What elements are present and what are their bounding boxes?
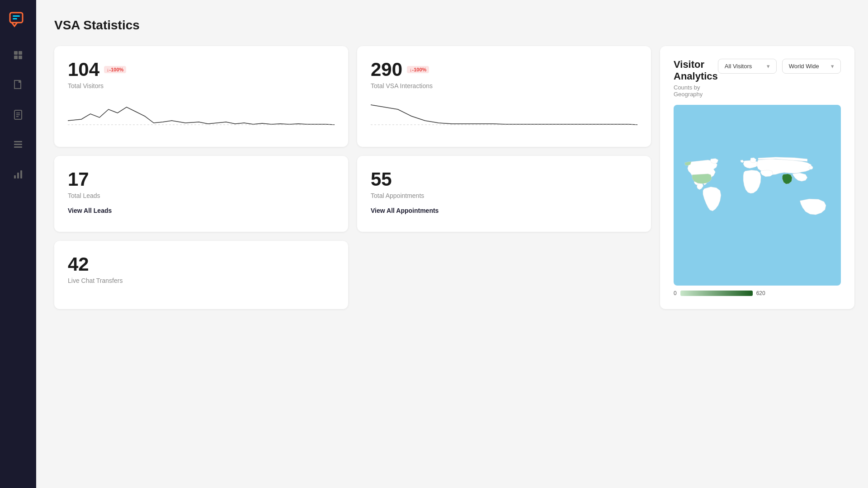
total-visitors-card: 104 ↓-100% Total Visitors [54,46,348,147]
svg-rect-21 [675,230,839,234]
region-dropdown[interactable]: World Wide ▾ [782,59,841,74]
leads-number: 17 [68,169,335,190]
chevron-down-icon: ▾ [767,63,770,70]
stats-grid: 104 ↓-100% Total Visitors 290 ↓-100% Tot… [54,46,854,309]
sidebar-item-notes[interactable] [10,107,26,123]
sidebar-item-analytics[interactable] [10,166,26,183]
live-chat-label: Live Chat Transfers [68,277,335,284]
interactions-badge: ↓-100% [407,66,429,73]
visitors-sparkline [68,100,335,127]
sidebar-item-dashboard[interactable] [10,47,26,63]
svg-rect-0 [10,13,23,23]
svg-rect-16 [17,173,19,178]
sidebar-item-document[interactable] [10,77,26,93]
main-content: VSA Statistics 104 ↓-100% Total Visitors… [36,0,868,488]
analytics-controls: All Visitors ▾ World Wide ▾ [718,59,841,74]
svg-rect-3 [14,51,18,55]
svg-rect-14 [14,146,22,148]
interactions-sparkline [371,100,637,127]
analytics-title: Visitor Analytics [674,59,718,82]
svg-rect-12 [14,141,22,142]
sidebar [0,0,36,488]
visitors-label: Total Visitors [68,82,335,89]
svg-rect-1 [13,15,20,17]
analytics-subtitle: Counts by Geography [674,84,718,98]
visitor-analytics-card: Visitor Analytics Counts by Geography Al… [660,46,854,309]
leads-label: Total Leads [68,192,335,199]
visitors-badge: ↓-100% [104,66,126,73]
visitors-number-row: 104 ↓-100% [68,59,335,80]
legend-max: 620 [756,290,765,296]
live-chat-number: 42 [68,253,335,275]
svg-rect-6 [19,56,22,59]
visitors-dropdown[interactable]: All Visitors ▾ [718,59,777,74]
svg-rect-13 [14,144,22,145]
chevron-down-icon-2: ▾ [831,63,834,70]
legend-gradient-bar [680,291,753,296]
region-dropdown-value: World Wide [789,63,819,70]
map-legend: 0 620 [674,290,841,296]
total-interactions-card: 290 ↓-100% Total VSA Interactions [357,46,651,147]
svg-rect-15 [14,175,16,178]
legend-min: 0 [674,290,677,296]
interactions-number-row: 290 ↓-100% [371,59,637,80]
svg-rect-2 [13,18,17,19]
svg-rect-17 [20,170,22,178]
svg-rect-4 [19,51,22,55]
visitors-count: 104 [68,59,99,80]
appointments-label: Total Appointments [371,192,637,199]
page-title: VSA Statistics [54,18,854,33]
app-logo[interactable] [8,9,28,29]
world-map [674,105,841,286]
sidebar-item-list[interactable] [10,136,26,153]
analytics-title-block: Visitor Analytics Counts by Geography [674,59,718,98]
interactions-count: 290 [371,59,402,80]
appointments-number: 55 [371,169,637,190]
view-all-appointments-link[interactable]: View All Appointments [371,207,439,214]
interactions-label: Total VSA Interactions [371,82,637,89]
total-leads-card: 17 Total Leads View All Leads [54,156,348,232]
world-map-svg [674,105,841,286]
analytics-header: Visitor Analytics Counts by Geography Al… [674,59,841,98]
total-appointments-card: 55 Total Appointments View All Appointme… [357,156,651,232]
svg-rect-5 [14,56,18,59]
visitors-dropdown-value: All Visitors [725,63,752,70]
live-chat-card: 42 Live Chat Transfers [54,241,348,309]
view-all-leads-link[interactable]: View All Leads [68,207,112,214]
